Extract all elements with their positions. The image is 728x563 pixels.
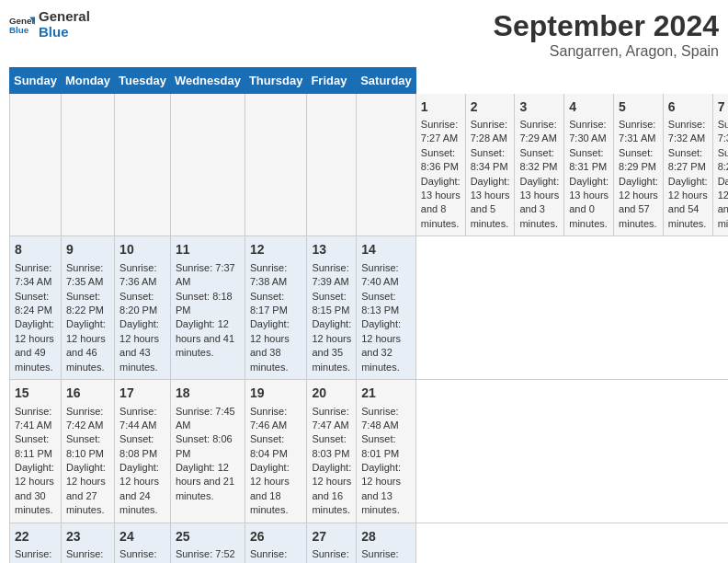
sunrise-text: Sunrise: 7:35 AM [66,262,103,287]
sunrise-text: Sunrise: 7:40 AM [361,262,398,287]
sunrise-text: Sunrise: 7:39 AM [312,262,348,287]
daylight-text: Daylight: 12 hours and 54 minutes. [668,176,708,229]
day-number: 22 [15,528,56,546]
day-header-monday: Monday [61,68,114,94]
sunset-text: Sunset: 8:20 PM [119,291,157,316]
calendar-title: September 2024 [494,9,719,43]
sunrise-text: Sunrise: 7:44 AM [119,406,156,431]
day-number: 1 [421,98,461,117]
day-number: 26 [250,528,302,546]
sunset-text: Sunset: 8:36 PM [421,147,459,172]
day-number: 19 [250,385,302,403]
day-number: 28 [361,528,411,546]
daylight-text: Daylight: 12 hours and 30 minutes. [15,462,54,515]
page-header: General Blue General Blue September 2024… [9,9,719,60]
svg-text:Blue: Blue [9,25,29,35]
sunrise-text: Sunrise: 7:45 AM [176,406,235,431]
sunrise-text: Sunrise: 7:30 AM [569,119,606,144]
sunset-text: Sunset: 8:06 PM [176,433,233,458]
calendar-cell: 25 Sunrise: 7:52 AM Sunset: 7:54 PM Dayl… [170,523,245,563]
calendar-cell: 21 Sunrise: 7:48 AM Sunset: 8:01 PM Dayl… [357,379,416,523]
calendar-cell: 4 Sunrise: 7:30 AM Sunset: 8:31 PM Dayli… [564,94,614,236]
sunrise-text: Sunrise: 7:36 AM [119,262,156,287]
day-header-sunday: Sunday [10,68,62,94]
sunset-text: Sunset: 8:31 PM [569,147,607,172]
sunrise-text: Sunrise: 7:37 AM [176,262,235,287]
sunrise-text: Sunrise: 7:46 AM [250,406,287,431]
sunrise-text: Sunrise: 7:33 AM [718,119,728,144]
calendar-week-row: 1 Sunrise: 7:27 AM Sunset: 8:36 PM Dayli… [10,94,729,236]
day-number: 8 [15,241,56,259]
calendar-cell [357,94,416,236]
calendar-cell: 20 Sunrise: 7:47 AM Sunset: 8:03 PM Dayl… [307,379,357,523]
daylight-text: Daylight: 12 hours and 24 minutes. [119,462,159,515]
day-number: 10 [119,241,165,259]
sunset-text: Sunset: 8:01 PM [361,433,399,458]
calendar-cell: 3 Sunrise: 7:29 AM Sunset: 8:32 PM Dayli… [515,94,564,236]
daylight-text: Daylight: 12 hours and 32 minutes. [361,318,401,372]
day-number: 11 [176,241,240,259]
calendar-week-row: 8 Sunrise: 7:34 AM Sunset: 8:24 PM Dayli… [10,236,729,380]
sunset-text: Sunset: 8:13 PM [361,291,399,316]
sunrise-text: Sunrise: 7:28 AM [471,119,507,144]
sunrise-text: Sunrise: 7:29 AM [519,119,556,144]
logo-icon: General Blue [9,12,35,38]
calendar-cell [115,94,171,236]
daylight-text: Daylight: 12 hours and 16 minutes. [312,462,351,515]
logo: General Blue General Blue [9,9,90,40]
daylight-text: Daylight: 12 hours and 43 minutes. [119,318,159,372]
calendar-cell: 16 Sunrise: 7:42 AM Sunset: 8:10 PM Dayl… [61,379,114,523]
svg-text:General: General [9,15,35,25]
sunrise-text: Sunrise: 7:27 AM [421,119,458,144]
sunset-text: Sunset: 8:22 PM [66,291,104,316]
logo-text-blue: Blue [39,25,90,40]
calendar-cell: 10 Sunrise: 7:36 AM Sunset: 8:20 PM Dayl… [115,236,171,380]
sunrise-text: Sunrise: 7:49 AM [15,548,51,563]
calendar-cell: 5 Sunrise: 7:31 AM Sunset: 8:29 PM Dayli… [614,94,664,236]
calendar-cell: 23 Sunrise: 7:50 AM Sunset: 7:57 PM Dayl… [61,523,114,563]
calendar-cell: 8 Sunrise: 7:34 AM Sunset: 8:24 PM Dayli… [10,236,62,380]
calendar-cell: 22 Sunrise: 7:49 AM Sunset: 7:59 PM Dayl… [10,523,62,563]
day-number: 14 [361,241,411,259]
sunset-text: Sunset: 8:17 PM [250,291,288,316]
sunset-text: Sunset: 8:15 PM [312,291,349,316]
day-number: 17 [119,385,165,403]
daylight-text: Daylight: 12 hours and 41 minutes. [176,318,234,358]
sunset-text: Sunset: 8:03 PM [312,433,349,458]
sunset-text: Sunset: 8:25 PM [718,147,728,172]
day-header-thursday: Thursday [245,68,307,94]
day-number: 27 [312,528,351,546]
sunrise-text: Sunrise: 7:53 AM [250,548,287,563]
calendar-cell: 9 Sunrise: 7:35 AM Sunset: 8:22 PM Dayli… [61,236,114,380]
sunset-text: Sunset: 8:18 PM [176,291,233,316]
calendar-cell: 28 Sunrise: 7:55 AM Sunset: 7:49 PM Dayl… [357,523,416,563]
calendar-cell [10,94,62,236]
sunrise-text: Sunrise: 7:54 AM [312,548,348,563]
sunrise-text: Sunrise: 7:42 AM [66,406,103,431]
day-number: 5 [619,98,658,117]
sunset-text: Sunset: 8:11 PM [15,433,52,458]
daylight-text: Daylight: 13 hours and 8 minutes. [421,176,461,229]
sunset-text: Sunset: 8:10 PM [66,433,104,458]
calendar-cell: 17 Sunrise: 7:44 AM Sunset: 8:08 PM Dayl… [115,379,171,523]
title-block: September 2024 Sangarren, Aragon, Spain [494,9,719,60]
day-number: 2 [471,98,510,117]
calendar-cell: 13 Sunrise: 7:39 AM Sunset: 8:15 PM Dayl… [307,236,357,380]
day-number: 23 [66,528,109,546]
sunrise-text: Sunrise: 7:34 AM [15,262,51,287]
calendar-cell: 24 Sunrise: 7:51 AM Sunset: 7:56 PM Dayl… [115,523,171,563]
calendar-week-row: 22 Sunrise: 7:49 AM Sunset: 7:59 PM Dayl… [10,523,729,563]
sunrise-text: Sunrise: 7:50 AM [66,548,103,563]
calendar-header: SundayMondayTuesdayWednesdayThursdayFrid… [10,68,729,94]
day-number: 6 [668,98,708,117]
day-header-friday: Friday [307,68,357,94]
daylight-text: Daylight: 12 hours and 21 minutes. [176,462,234,501]
logo-text-general: General [39,9,90,25]
calendar-cell: 15 Sunrise: 7:41 AM Sunset: 8:11 PM Dayl… [10,379,62,523]
day-number: 3 [519,98,559,117]
calendar-cell: 27 Sunrise: 7:54 AM Sunset: 7:50 PM Dayl… [307,523,357,563]
day-number: 21 [361,385,411,403]
sunrise-text: Sunrise: 7:47 AM [312,406,348,431]
daylight-text: Daylight: 12 hours and 27 minutes. [66,462,106,515]
daylight-text: Daylight: 12 hours and 49 minutes. [15,318,54,372]
